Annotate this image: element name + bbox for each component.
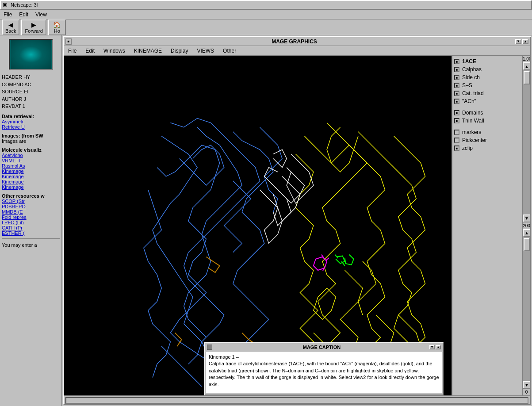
caption-maximize-button[interactable]: ▲ xyxy=(436,345,441,349)
mage-menu-windows[interactable]: Windows xyxy=(99,47,130,55)
mage-menu-edit[interactable]: Edit xyxy=(81,47,99,55)
kin-item-1ACE[interactable]: 1ACE xyxy=(454,57,521,65)
retrieve-link[interactable]: Retrieve U xyxy=(2,124,60,130)
kin-item-Sidech[interactable]: Side ch xyxy=(454,73,521,81)
mol-link-2[interactable]: Rasmol As xyxy=(2,163,60,169)
kinemage-panel: 1ACE Calphas Side ch S–S xyxy=(452,56,522,395)
other-title: Other resources w xyxy=(2,193,60,199)
images-section: Images: (from SW Images are xyxy=(0,133,61,144)
images-sub: Images are xyxy=(2,138,60,144)
scop-link[interactable]: SCOP (Str xyxy=(2,199,60,204)
main-container: HEADER HY COMPND AC SOURCE El AUTHOR J R… xyxy=(0,35,532,406)
kin-item-Domains[interactable]: Domains xyxy=(454,109,521,117)
mmdb-link[interactable]: MMDB (E xyxy=(2,209,60,214)
kin-item-Cattriad[interactable]: Cat. triad xyxy=(454,89,521,97)
fold-link[interactable]: Fold repres xyxy=(2,214,60,220)
kin-checkbox-Sidech[interactable] xyxy=(454,75,459,80)
mol-section: Molecule visualiz Acetylcho VRML [ L Ras… xyxy=(0,147,61,190)
mol-link-3[interactable]: Kinemage xyxy=(2,169,60,174)
scroll-thumb-top[interactable] xyxy=(524,71,530,84)
browser-icon: ▣ xyxy=(3,2,9,8)
esther-link[interactable]: ESTHER ( xyxy=(2,230,60,236)
caption-body: Kinemage 1 – Calpha trace of acetylcholi… xyxy=(206,352,442,393)
kin-item-SS[interactable]: S–S xyxy=(454,81,521,89)
kin-item-zclip[interactable]: zclip xyxy=(454,144,521,152)
revdat-label: REVDAT xyxy=(2,103,21,109)
source-row: SOURCE El xyxy=(2,88,60,96)
browser-menu-edit[interactable]: Edit xyxy=(15,11,32,19)
kin-checkbox-Pickcenter[interactable] xyxy=(454,138,459,143)
browser-menu-view[interactable]: View xyxy=(32,11,50,19)
caption-buttons: ▼ ▲ xyxy=(429,345,441,349)
source-value: El xyxy=(24,89,28,94)
scroll-thumb-bottom[interactable] xyxy=(524,238,530,251)
mage-menu-other[interactable]: Other xyxy=(218,47,241,55)
mol-link-6[interactable]: Kinemage xyxy=(2,184,60,190)
back-label: Back xyxy=(5,28,16,34)
mol-link-5[interactable]: Kinemage xyxy=(2,179,60,184)
scroll-up-button-mid[interactable]: ▲ xyxy=(523,229,530,237)
mol-link-1[interactable]: VRML [ L xyxy=(2,158,60,163)
scroll-down-button-top[interactable]: ▼ xyxy=(523,214,530,222)
scroll-up-button[interactable]: ▲ xyxy=(523,62,530,70)
browser-menu-file[interactable]: File xyxy=(0,11,15,19)
kin-item-ThinWall[interactable]: Thin Wall xyxy=(454,117,521,125)
caption-text: Kinemage 1 – Calpha trace of acetylcholi… xyxy=(209,354,439,387)
mage-maximize-button[interactable]: ▲ xyxy=(522,39,528,44)
kin-checkbox-markers[interactable] xyxy=(454,130,459,135)
mage-menu-views[interactable]: VIEWS xyxy=(192,47,218,55)
mage-menu-file[interactable]: File xyxy=(64,47,81,55)
pdbrepo-link[interactable]: PDBREPO xyxy=(2,204,60,209)
kin-item-Pickcenter[interactable]: Pickcenter xyxy=(454,136,521,144)
mage-menu-display[interactable]: Display xyxy=(166,47,192,55)
mage-menubar: File Edit Windows KINEMAGE Display VIEWS… xyxy=(64,46,530,56)
kin-separator-2 xyxy=(454,125,521,128)
kin-checkbox-SS[interactable] xyxy=(454,83,459,88)
back-icon: ◀ xyxy=(8,21,13,28)
kin-checkbox-ACh[interactable] xyxy=(454,99,459,104)
mol-link-4[interactable]: Kinemage xyxy=(2,174,60,179)
compnd-row: COMPND AC xyxy=(2,81,60,88)
kin-checkbox-Domains[interactable] xyxy=(454,110,459,115)
back-button[interactable]: ◀ Back xyxy=(2,19,19,35)
kin-item-markers[interactable]: markers xyxy=(454,128,521,136)
kin-checkbox-zclip[interactable] xyxy=(454,146,459,151)
bottom-section: You may enter a xyxy=(0,242,61,248)
caption-minimize-button[interactable]: ▼ xyxy=(429,345,435,349)
cath-link[interactable]: CATH (Pr xyxy=(2,225,60,230)
scroll-mid-value: 200 xyxy=(523,222,530,229)
author-row: AUTHOR J xyxy=(2,96,60,103)
kin-label-SS: S–S xyxy=(462,82,472,88)
kin-item-ACh[interactable]: "ACh" xyxy=(454,97,521,105)
kin-checkbox-1ACE[interactable] xyxy=(454,59,459,64)
asymm-link[interactable]: Asymmetr xyxy=(2,119,60,124)
scroll-bot-value: 0 xyxy=(523,389,530,395)
home-button[interactable]: 🏠 Ho xyxy=(48,19,66,35)
mage-titlebar: ■ MAGE GRAPHICS ▼ ▲ xyxy=(64,37,530,46)
kin-checkbox-ThinWall[interactable] xyxy=(454,118,459,123)
forward-button[interactable]: ▶ Forward xyxy=(21,19,46,35)
mol-title: Molecule visualiz xyxy=(2,147,60,153)
lpfc-link[interactable]: LPFC (Lib xyxy=(2,220,60,225)
kin-checkbox-Cattriad[interactable] xyxy=(454,91,459,96)
kin-checkbox-Calphas[interactable] xyxy=(454,67,459,72)
mage-window-icon: ■ xyxy=(65,38,72,45)
mage-menu-kinemage[interactable]: KINEMAGE xyxy=(130,47,166,55)
sidebar-divider xyxy=(2,238,60,239)
images-title: Images: (from SW xyxy=(2,133,60,138)
mol-canvas-area[interactable]: MAGE CAPTION ▼ ▲ Kinemage 1 – Calpha tra… xyxy=(64,56,452,395)
mage-minimize-button[interactable]: ▼ xyxy=(515,39,521,44)
revdat-row: REVDAT 1 xyxy=(2,103,60,110)
scroll-down-button-mid[interactable]: ▼ xyxy=(523,381,530,389)
browser-toolbar: ◀ Back ▶ Forward 🏠 Ho xyxy=(0,19,532,35)
kin-item-Calphas[interactable]: Calphas xyxy=(454,65,521,73)
scroll-track-top[interactable] xyxy=(523,70,530,214)
kinemage-list: 1ACE Calphas Side ch S–S xyxy=(452,56,522,395)
kin-label-1ACE: 1ACE xyxy=(462,58,476,65)
bottom-text: You may enter a xyxy=(2,242,60,248)
scroll-track-bottom[interactable] xyxy=(523,237,530,381)
mol-link-0[interactable]: Acetylcho xyxy=(2,153,60,158)
kin-label-Cattriad: Cat. triad xyxy=(462,90,484,96)
mage-title: MAGE GRAPHICS xyxy=(73,38,515,45)
kin-label-markers: markers xyxy=(462,129,481,135)
